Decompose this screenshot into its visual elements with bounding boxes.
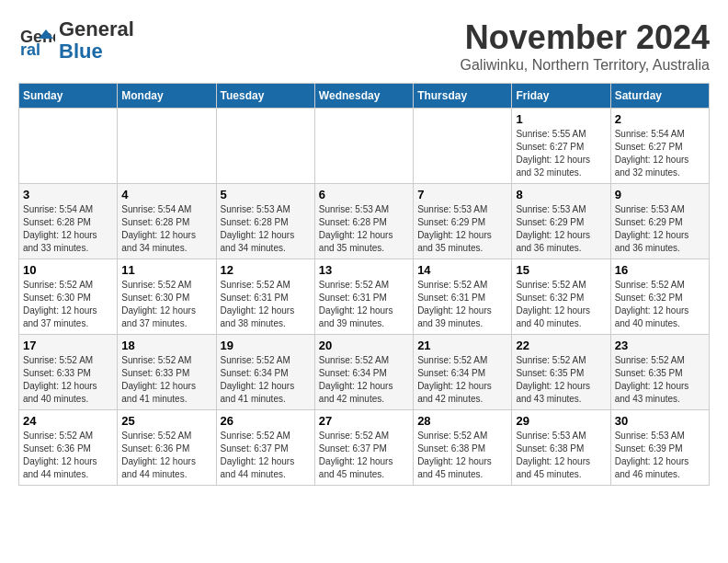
day-number: 18	[121, 339, 211, 352]
day-number: 28	[417, 414, 507, 428]
day-number: 30	[615, 414, 705, 428]
calendar-cell: 19Sunrise: 5:52 AM Sunset: 6:34 PM Dayli…	[216, 335, 314, 410]
day-info: Sunrise: 5:53 AM Sunset: 6:29 PM Dayligh…	[516, 203, 606, 255]
day-number: 20	[319, 339, 409, 352]
calendar-cell: 22Sunrise: 5:52 AM Sunset: 6:35 PM Dayli…	[512, 335, 610, 410]
day-number: 1	[516, 112, 606, 126]
calendar-weekday-wednesday: Wednesday	[314, 84, 413, 109]
calendar-cell	[118, 109, 216, 184]
calendar-cell: 30Sunrise: 5:53 AM Sunset: 6:39 PM Dayli…	[610, 410, 709, 486]
day-number: 21	[417, 339, 507, 352]
calendar-cell: 26Sunrise: 5:52 AM Sunset: 6:37 PM Dayli…	[216, 410, 314, 486]
calendar-cell: 29Sunrise: 5:53 AM Sunset: 6:38 PM Dayli…	[512, 410, 610, 486]
logo-name: General Blue	[59, 18, 134, 63]
day-info: Sunrise: 5:52 AM Sunset: 6:33 PM Dayligh…	[23, 354, 113, 406]
day-number: 25	[121, 414, 211, 428]
calendar-cell: 3Sunrise: 5:54 AM Sunset: 6:28 PM Daylig…	[19, 184, 118, 259]
calendar-cell: 16Sunrise: 5:52 AM Sunset: 6:32 PM Dayli…	[610, 259, 709, 335]
day-number: 29	[516, 414, 606, 428]
day-number: 17	[23, 339, 113, 352]
calendar-cell: 28Sunrise: 5:52 AM Sunset: 6:38 PM Dayli…	[414, 410, 512, 486]
day-number: 10	[23, 263, 113, 277]
calendar-weekday-thursday: Thursday	[414, 84, 512, 109]
calendar-cell: 5Sunrise: 5:53 AM Sunset: 6:28 PM Daylig…	[216, 184, 314, 259]
day-number: 2	[615, 112, 705, 126]
calendar-cell: 14Sunrise: 5:52 AM Sunset: 6:31 PM Dayli…	[414, 259, 512, 335]
day-info: Sunrise: 5:52 AM Sunset: 6:37 PM Dayligh…	[319, 430, 409, 481]
header: Gene ral General Blue November 2024 Gali…	[18, 18, 710, 74]
calendar-cell: 13Sunrise: 5:52 AM Sunset: 6:31 PM Dayli…	[314, 259, 413, 335]
calendar-cell: 4Sunrise: 5:54 AM Sunset: 6:28 PM Daylig…	[118, 184, 216, 259]
calendar-week-row: 17Sunrise: 5:52 AM Sunset: 6:33 PM Dayli…	[19, 335, 710, 410]
day-info: Sunrise: 5:52 AM Sunset: 6:31 PM Dayligh…	[221, 279, 311, 330]
day-info: Sunrise: 5:52 AM Sunset: 6:30 PM Dayligh…	[23, 279, 113, 330]
logo: Gene ral General Blue	[18, 18, 134, 63]
calendar-week-row: 3Sunrise: 5:54 AM Sunset: 6:28 PM Daylig…	[19, 184, 710, 259]
day-info: Sunrise: 5:52 AM Sunset: 6:36 PM Dayligh…	[23, 430, 113, 481]
calendar-cell	[414, 109, 512, 184]
calendar-cell	[19, 109, 118, 184]
logo-line1: General	[59, 17, 134, 40]
day-info: Sunrise: 5:53 AM Sunset: 6:39 PM Dayligh…	[615, 430, 705, 481]
day-info: Sunrise: 5:52 AM Sunset: 6:34 PM Dayligh…	[417, 354, 507, 406]
calendar-weekday-friday: Friday	[512, 84, 610, 109]
calendar: SundayMondayTuesdayWednesdayThursdayFrid…	[18, 83, 710, 486]
day-number: 22	[516, 339, 606, 352]
month-title: November 2024	[460, 18, 710, 57]
day-number: 9	[615, 188, 705, 201]
day-number: 23	[615, 339, 705, 352]
day-info: Sunrise: 5:52 AM Sunset: 6:35 PM Dayligh…	[516, 354, 606, 406]
day-info: Sunrise: 5:52 AM Sunset: 6:38 PM Dayligh…	[417, 430, 507, 481]
calendar-cell: 20Sunrise: 5:52 AM Sunset: 6:34 PM Dayli…	[314, 335, 413, 410]
calendar-weekday-monday: Monday	[118, 84, 216, 109]
calendar-week-row: 10Sunrise: 5:52 AM Sunset: 6:30 PM Dayli…	[19, 259, 710, 335]
calendar-weekday-saturday: Saturday	[610, 84, 709, 109]
day-info: Sunrise: 5:52 AM Sunset: 6:36 PM Dayligh…	[121, 430, 211, 481]
day-info: Sunrise: 5:53 AM Sunset: 6:29 PM Dayligh…	[417, 203, 507, 255]
day-info: Sunrise: 5:52 AM Sunset: 6:30 PM Dayligh…	[121, 279, 211, 330]
day-number: 8	[516, 188, 606, 201]
day-info: Sunrise: 5:53 AM Sunset: 6:28 PM Dayligh…	[221, 203, 311, 255]
calendar-cell: 9Sunrise: 5:53 AM Sunset: 6:29 PM Daylig…	[610, 184, 709, 259]
calendar-cell: 11Sunrise: 5:52 AM Sunset: 6:30 PM Dayli…	[118, 259, 216, 335]
day-number: 5	[221, 188, 311, 201]
day-number: 3	[23, 188, 113, 201]
day-number: 24	[23, 414, 113, 428]
location-title: Galiwinku, Northern Territory, Australia	[460, 57, 710, 74]
day-info: Sunrise: 5:52 AM Sunset: 6:34 PM Dayligh…	[319, 354, 409, 406]
calendar-cell	[216, 109, 314, 184]
title-area: November 2024 Galiwinku, Northern Territ…	[460, 18, 710, 74]
day-number: 26	[221, 414, 311, 428]
calendar-cell	[314, 109, 413, 184]
day-info: Sunrise: 5:52 AM Sunset: 6:37 PM Dayligh…	[221, 430, 311, 481]
day-number: 4	[121, 188, 211, 201]
calendar-cell: 25Sunrise: 5:52 AM Sunset: 6:36 PM Dayli…	[118, 410, 216, 486]
calendar-week-row: 1Sunrise: 5:55 AM Sunset: 6:27 PM Daylig…	[19, 109, 710, 184]
day-info: Sunrise: 5:52 AM Sunset: 6:32 PM Dayligh…	[615, 279, 705, 330]
day-info: Sunrise: 5:52 AM Sunset: 6:33 PM Dayligh…	[121, 354, 211, 406]
calendar-cell: 12Sunrise: 5:52 AM Sunset: 6:31 PM Dayli…	[216, 259, 314, 335]
day-number: 14	[417, 263, 507, 277]
calendar-cell: 15Sunrise: 5:52 AM Sunset: 6:32 PM Dayli…	[512, 259, 610, 335]
day-info: Sunrise: 5:52 AM Sunset: 6:34 PM Dayligh…	[221, 354, 311, 406]
calendar-cell: 6Sunrise: 5:53 AM Sunset: 6:28 PM Daylig…	[314, 184, 413, 259]
day-info: Sunrise: 5:54 AM Sunset: 6:28 PM Dayligh…	[23, 203, 113, 255]
day-number: 16	[615, 263, 705, 277]
calendar-cell: 21Sunrise: 5:52 AM Sunset: 6:34 PM Dayli…	[414, 335, 512, 410]
calendar-weekday-sunday: Sunday	[19, 84, 118, 109]
day-info: Sunrise: 5:53 AM Sunset: 6:28 PM Dayligh…	[319, 203, 409, 255]
calendar-cell: 23Sunrise: 5:52 AM Sunset: 6:35 PM Dayli…	[610, 335, 709, 410]
day-number: 6	[319, 188, 409, 201]
calendar-cell: 27Sunrise: 5:52 AM Sunset: 6:37 PM Dayli…	[314, 410, 413, 486]
day-info: Sunrise: 5:54 AM Sunset: 6:27 PM Dayligh…	[615, 128, 705, 179]
day-info: Sunrise: 5:55 AM Sunset: 6:27 PM Dayligh…	[516, 128, 606, 179]
day-number: 15	[516, 263, 606, 277]
day-info: Sunrise: 5:52 AM Sunset: 6:31 PM Dayligh…	[319, 279, 409, 330]
calendar-cell: 24Sunrise: 5:52 AM Sunset: 6:36 PM Dayli…	[19, 410, 118, 486]
day-info: Sunrise: 5:54 AM Sunset: 6:28 PM Dayligh…	[121, 203, 211, 255]
calendar-cell: 18Sunrise: 5:52 AM Sunset: 6:33 PM Dayli…	[118, 335, 216, 410]
day-number: 13	[319, 263, 409, 277]
calendar-header-row: SundayMondayTuesdayWednesdayThursdayFrid…	[19, 84, 710, 109]
day-info: Sunrise: 5:53 AM Sunset: 6:38 PM Dayligh…	[516, 430, 606, 481]
logo-icon: Gene ral	[18, 22, 55, 59]
